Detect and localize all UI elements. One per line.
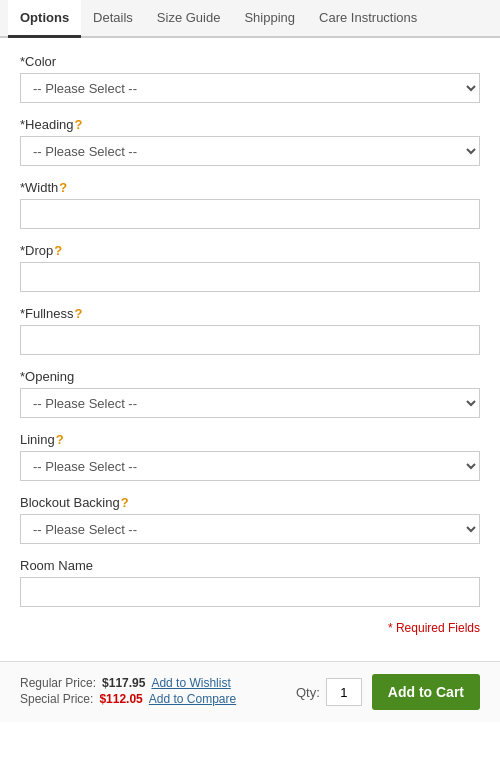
fullness-label: *Fullness? (20, 306, 480, 321)
add-to-cart-button[interactable]: Add to Cart (372, 674, 480, 710)
blockout-backing-label: Blockout Backing? (20, 495, 480, 510)
heading-label: *Heading? (20, 117, 480, 132)
add-to-compare-link[interactable]: Add to Compare (149, 692, 236, 706)
options-content: *Color -- Please Select -- *Heading? -- … (0, 38, 500, 661)
drop-help-icon[interactable]: ? (54, 243, 62, 258)
lining-select[interactable]: -- Please Select -- (20, 451, 480, 481)
qty-label: Qty: (296, 685, 320, 700)
tab-care-instructions[interactable]: Care Instructions (307, 0, 429, 38)
drop-label: *Drop? (20, 243, 480, 258)
drop-field-group: *Drop? (20, 243, 480, 292)
heading-select[interactable]: -- Please Select -- (20, 136, 480, 166)
blockout-backing-help-icon[interactable]: ? (121, 495, 129, 510)
add-to-wishlist-link[interactable]: Add to Wishlist (151, 676, 230, 690)
fullness-input[interactable] (20, 325, 480, 355)
required-fields-note: * Required Fields (20, 621, 480, 635)
opening-label: *Opening (20, 369, 480, 384)
qty-section: Qty: (296, 678, 362, 706)
opening-field-group: *Opening -- Please Select -- (20, 369, 480, 418)
width-help-icon[interactable]: ? (59, 180, 67, 195)
width-label: *Width? (20, 180, 480, 195)
color-label: *Color (20, 54, 480, 69)
fullness-field-group: *Fullness? (20, 306, 480, 355)
room-name-input[interactable] (20, 577, 480, 607)
room-name-field-group: Room Name (20, 558, 480, 607)
lining-help-icon[interactable]: ? (56, 432, 64, 447)
regular-price-value: $117.95 (102, 676, 145, 690)
tab-options[interactable]: Options (8, 0, 81, 38)
tab-shipping[interactable]: Shipping (232, 0, 307, 38)
regular-price-label: Regular Price: (20, 676, 96, 690)
price-section: Regular Price: $117.95 Add to Wishlist S… (20, 676, 236, 708)
heading-help-icon[interactable]: ? (75, 117, 83, 132)
fullness-help-icon[interactable]: ? (74, 306, 82, 321)
blockout-backing-field-group: Blockout Backing? -- Please Select -- (20, 495, 480, 544)
tabs-nav: Options Details Size Guide Shipping Care… (0, 0, 500, 38)
tab-size-guide[interactable]: Size Guide (145, 0, 233, 38)
color-field-group: *Color -- Please Select -- (20, 54, 480, 103)
drop-input[interactable] (20, 262, 480, 292)
blockout-backing-select[interactable]: -- Please Select -- (20, 514, 480, 544)
special-price-row: Special Price: $112.05 Add to Compare (20, 692, 236, 706)
heading-field-group: *Heading? -- Please Select -- (20, 117, 480, 166)
footer-bar: Regular Price: $117.95 Add to Wishlist S… (0, 661, 500, 722)
room-name-label: Room Name (20, 558, 480, 573)
tab-details[interactable]: Details (81, 0, 145, 38)
special-price-value: $112.05 (99, 692, 142, 706)
footer-right: Qty: Add to Cart (296, 674, 480, 710)
qty-input[interactable] (326, 678, 362, 706)
opening-select[interactable]: -- Please Select -- (20, 388, 480, 418)
special-price-label: Special Price: (20, 692, 93, 706)
lining-field-group: Lining? -- Please Select -- (20, 432, 480, 481)
width-field-group: *Width? (20, 180, 480, 229)
lining-label: Lining? (20, 432, 480, 447)
regular-price-row: Regular Price: $117.95 Add to Wishlist (20, 676, 236, 690)
width-input[interactable] (20, 199, 480, 229)
color-select[interactable]: -- Please Select -- (20, 73, 480, 103)
